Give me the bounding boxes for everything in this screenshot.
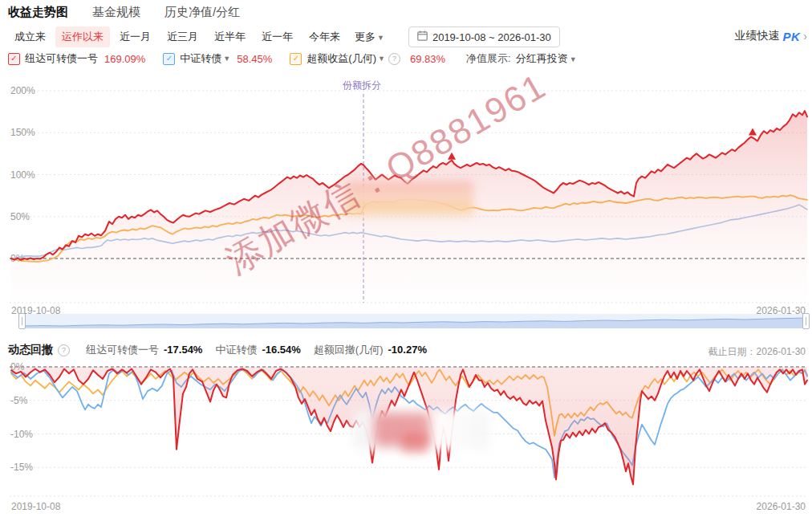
redaction-blur <box>401 434 428 453</box>
range-3m[interactable]: 近三月 <box>160 26 205 47</box>
calendar-icon <box>417 31 428 43</box>
checkbox-excess-icon[interactable]: ✓ <box>290 53 302 65</box>
drawdown-title: 动态回撤 <box>8 343 53 357</box>
legend-label: 中证转债 <box>180 51 221 66</box>
checkbox-fund-icon[interactable]: ✓ <box>8 53 20 65</box>
tab-fund-scale[interactable]: 基金规模 <box>92 5 140 20</box>
range-1y[interactable]: 近一年 <box>255 26 299 47</box>
range-since-operation[interactable]: 运作以来 <box>55 26 110 47</box>
legend-value: 69.83% <box>410 53 445 65</box>
date-range-value: 2019-10-08 ~ 2026-01-30 <box>432 31 551 43</box>
chevron-right-icon: › <box>803 30 807 43</box>
legend-item-fund: ✓ 纽达可转债一号 169.09% <box>8 51 145 66</box>
svg-text:100%: 100% <box>10 169 35 181</box>
range-toolbar: 成立来 运作以来 近一月 近三月 近半年 近一年 今年来 更多▼ 2019-10… <box>8 26 560 47</box>
chevron-down-icon[interactable]: ▼ <box>223 55 230 63</box>
range-ytd[interactable]: 今年来 <box>302 26 347 47</box>
drawdown-stat-fund: 纽达可转债一号-17.54% <box>86 343 202 357</box>
performance-pk-link[interactable]: 业绩快速 PK › <box>734 29 807 43</box>
legend-value: 169.09% <box>104 53 145 65</box>
asof-date: 截止日期：2026-01-30 <box>708 345 806 359</box>
drawdown-stat-index: 中证转债-16.54% <box>215 343 300 357</box>
legend-label: 超额收益(几何) <box>307 51 376 66</box>
svg-text:150%: 150% <box>10 127 35 138</box>
range-since-inception[interactable]: 成立来 <box>8 26 52 47</box>
help-icon[interactable]: ? <box>388 53 400 65</box>
drawdown-header: 动态回撤 ? 纽达可转债一号-17.54% 中证转债-16.54% 超额回撤(几… <box>8 343 427 357</box>
redaction-blur <box>345 181 473 217</box>
tab-nav-history[interactable]: 历史净值/分红 <box>164 5 240 20</box>
chart-legend: ✓ 纽达可转债一号 169.09% ✓ 中证转债 ▼ 58.45% ✓ 超额收益… <box>8 51 577 66</box>
x-axis-start-date: 2019-10-08 <box>11 501 60 512</box>
legend-item-index: ✓ 中证转债 ▼ 58.45% <box>163 51 272 66</box>
date-range-picker[interactable]: 2019-10-08 ~ 2026-01-30 <box>408 26 560 47</box>
more-dropdown[interactable]: 更多▼ <box>351 26 388 47</box>
checkbox-index-icon[interactable]: ✓ <box>163 53 175 65</box>
chevron-down-icon[interactable]: ▼ <box>378 55 385 63</box>
legend-label: 纽达可转债一号 <box>25 51 98 66</box>
share-split-annotation: 份额拆分 <box>343 79 381 92</box>
date-range-slider[interactable] <box>22 314 806 328</box>
svg-text:50%: 50% <box>10 211 30 222</box>
pk-prefix-label: 业绩快速 <box>734 29 779 43</box>
drawdown-stat-excess: 超额回撤(几何)-10.27% <box>314 343 427 357</box>
slider-right-handle[interactable] <box>802 313 810 329</box>
legend-item-excess: ✓ 超额收益(几何) ▼ ? 69.83% <box>290 51 445 66</box>
slider-left-handle[interactable] <box>18 313 26 329</box>
pk-label: PK <box>782 30 800 43</box>
range-1m[interactable]: 近一月 <box>113 26 157 47</box>
chevron-down-icon: ▼ <box>377 34 384 42</box>
svg-text:-10%: -10% <box>10 429 33 440</box>
section-tabs: 收益走势图 基金规模 历史净值/分红 <box>8 5 240 20</box>
svg-text:-5%: -5% <box>10 395 28 406</box>
legend-value: 58.45% <box>237 53 272 65</box>
fund-performance-page: 收益走势图 基金规模 历史净值/分红 成立来 运作以来 近一月 近三月 近半年 … <box>0 0 812 517</box>
tab-return-chart[interactable]: 收益走势图 <box>8 5 68 20</box>
range-6m[interactable]: 近半年 <box>208 26 252 47</box>
nav-display-dropdown[interactable]: 分红再投资▼ <box>516 51 577 66</box>
nav-display-label: 净值展示: <box>466 51 511 66</box>
x-axis-end-date: 2026-01-30 <box>757 501 806 512</box>
help-icon[interactable]: ? <box>58 344 70 356</box>
svg-text:-15%: -15% <box>10 462 33 473</box>
chevron-down-icon: ▼ <box>570 55 577 63</box>
svg-text:200%: 200% <box>10 85 35 96</box>
